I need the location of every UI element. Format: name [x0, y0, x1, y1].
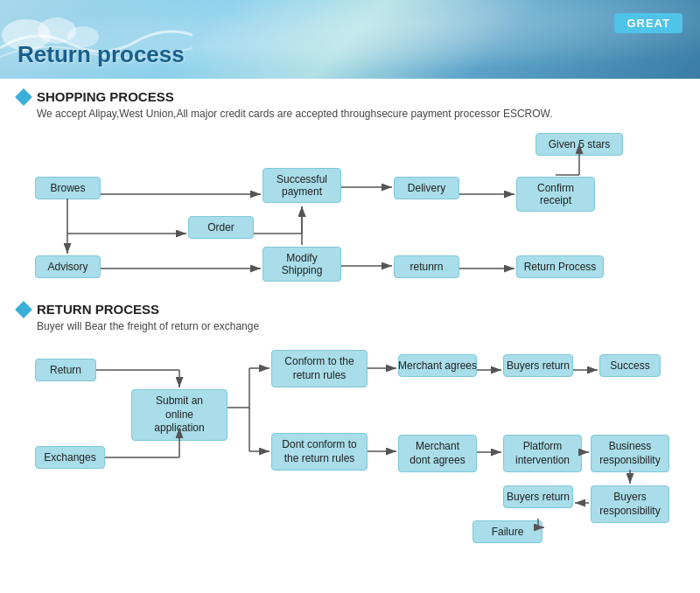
return-description: Buyer will Bear the freight of return or…	[37, 320, 682, 332]
merchant-dont-box: Merchant dont agrees	[398, 435, 477, 472]
shopping-title: SHOPPING PROCESS	[37, 89, 174, 104]
page-title: Return process	[18, 41, 185, 68]
diamond-icon-2	[15, 301, 32, 318]
buyers-return1-box: Buyers return	[503, 354, 573, 377]
failure-box: Failure	[472, 520, 542, 543]
confirm-receipt-box: Confirm receipt	[516, 177, 595, 212]
success-box: Success	[599, 354, 661, 377]
platform-box: Platform intervention	[503, 435, 582, 472]
shopping-description: We accept Alipay,West Union,All major cr…	[37, 108, 682, 120]
main-content: SHOPPING PROCESS We accept Alipay,West U…	[0, 79, 700, 562]
shopping-diagram: Given 5 stars Browes Successful payment …	[18, 129, 682, 295]
delivery-box: Delivery	[394, 177, 459, 199]
header: Return process GREAT	[0, 0, 700, 79]
advisory-box: Advisory	[35, 255, 101, 278]
conform-rules-box: Conform to the return rules	[271, 350, 368, 387]
return-process-box: Return Process	[516, 255, 604, 278]
shopping-section-header: SHOPPING PROCESS	[18, 89, 682, 104]
browes-box: Browes	[35, 177, 101, 199]
buyers-resp-box: Buyers responsibility	[591, 485, 669, 523]
merchant-agrees-box: Merchant agrees	[398, 354, 477, 377]
order-box: Order	[188, 216, 254, 239]
successful-payment-box: Successful payment	[262, 168, 341, 203]
return-box: Return	[35, 359, 96, 381]
buyers-return2-box: Buyers return	[503, 485, 573, 508]
given-5-stars-box: Given 5 stars	[536, 133, 623, 156]
retunrn-box: retunrn	[394, 255, 459, 278]
return-section-header: RETURN PROCESS	[18, 302, 682, 317]
submit-app-box: Submit an online application	[131, 389, 228, 441]
dont-conform-box: Dont conform to the return rules	[271, 433, 368, 471]
business-resp-box: Business responsibility	[591, 435, 669, 472]
modify-shipping-box: Modify Shipping	[262, 247, 341, 282]
diamond-icon	[15, 88, 32, 106]
great-badge: GREAT	[614, 13, 682, 33]
return-diagram: Return Submit an online application Exch…	[18, 341, 682, 551]
return-title: RETURN PROCESS	[37, 302, 159, 317]
exchanges-box: Exchanges	[35, 446, 105, 469]
